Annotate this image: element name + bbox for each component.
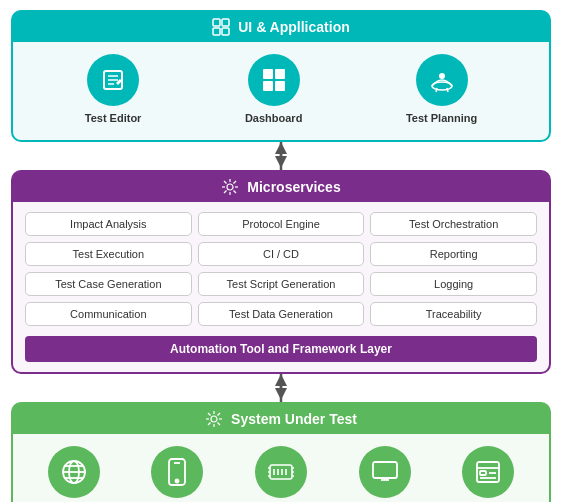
svg-rect-10: [263, 81, 273, 91]
svg-rect-8: [263, 69, 273, 79]
micro-item-0: Impact Analysis: [25, 212, 192, 236]
dashboard-icon: [248, 54, 300, 106]
micro-item-5: Reporting: [370, 242, 537, 266]
svg-line-25: [224, 181, 227, 184]
ui-items-container: Test Editor Dashboard: [13, 42, 549, 128]
dashboard-label: Dashboard: [245, 112, 302, 124]
desktop-icon: [359, 446, 411, 498]
embedded-icon: [255, 446, 307, 498]
sut-section-title: System Under Test: [231, 411, 357, 427]
web-item: Web: [48, 446, 100, 502]
micro-item-6: Test Case Generation: [25, 272, 192, 296]
svg-point-13: [439, 73, 445, 79]
arrow-micro-to-sut: [266, 374, 296, 402]
svg-rect-3: [222, 28, 229, 35]
svg-rect-2: [213, 28, 220, 35]
mobile-icon: [151, 446, 203, 498]
svg-point-33: [211, 416, 217, 422]
ui-section-title: UI & Appllication: [238, 19, 349, 35]
api-icon: [462, 446, 514, 498]
svg-rect-9: [275, 69, 285, 79]
svg-point-20: [227, 184, 233, 190]
svg-rect-61: [373, 462, 397, 478]
micro-section-header: Microservices: [13, 172, 549, 202]
embedded-item: Embedded: [253, 446, 309, 502]
micro-item-10: Test Data Generation: [198, 302, 365, 326]
ui-section: UI & Appllication Test Editor: [11, 10, 551, 142]
test-editor-item: Test Editor: [85, 54, 142, 124]
sut-section: System Under Test Web: [11, 402, 551, 502]
test-editor-label: Test Editor: [85, 112, 142, 124]
web-icon: [48, 446, 100, 498]
api-item: API: [462, 446, 514, 502]
test-editor-icon: [87, 54, 139, 106]
svg-line-40: [218, 413, 221, 416]
svg-line-27: [234, 181, 237, 184]
svg-rect-0: [213, 19, 220, 26]
desktop-item: Desktop: [359, 446, 411, 502]
micro-section: Microservices Impact Analysis Protocol E…: [11, 170, 551, 374]
test-planning-icon: [416, 54, 468, 106]
svg-line-41: [208, 423, 211, 426]
svg-marker-19: [275, 142, 287, 154]
mobile-item: Mobile: [151, 446, 203, 502]
micro-section-title: Microservices: [247, 179, 340, 195]
micro-grid: Impact Analysis Protocol Engine Test Orc…: [13, 202, 549, 334]
svg-rect-1: [222, 19, 229, 26]
svg-rect-11: [275, 81, 285, 91]
micro-item-2: Test Orchestration: [370, 212, 537, 236]
micro-item-3: Test Execution: [25, 242, 192, 266]
svg-point-48: [175, 480, 178, 483]
ui-header-icon: [212, 18, 230, 36]
svg-line-26: [234, 191, 237, 194]
micro-item-7: Test Script Generation: [198, 272, 365, 296]
sut-items-container: Web Mobile: [13, 434, 549, 502]
test-planning-label: Test Planning: [406, 112, 477, 124]
svg-line-15: [447, 88, 448, 92]
automation-bar: Automation Tool and Framework Layer: [25, 336, 537, 362]
sut-header-icon: [205, 410, 223, 428]
svg-line-28: [224, 191, 227, 194]
micro-item-11: Traceability: [370, 302, 537, 326]
sut-section-header: System Under Test: [13, 404, 549, 434]
test-planning-item: Test Planning: [406, 54, 477, 124]
svg-line-38: [208, 413, 211, 416]
architecture-diagram: UI & Appllication Test Editor: [11, 0, 551, 502]
dashboard-item: Dashboard: [245, 54, 302, 124]
ui-section-header: UI & Appllication: [13, 12, 549, 42]
svg-rect-66: [480, 471, 486, 475]
micro-item-1: Protocol Engine: [198, 212, 365, 236]
micro-item-4: CI / CD: [198, 242, 365, 266]
svg-line-39: [218, 423, 221, 426]
micro-item-9: Communication: [25, 302, 192, 326]
svg-line-14: [436, 88, 437, 92]
svg-marker-32: [275, 374, 287, 386]
micro-item-8: Logging: [370, 272, 537, 296]
arrow-ui-to-micro: [266, 142, 296, 170]
micro-header-icon: [221, 178, 239, 196]
